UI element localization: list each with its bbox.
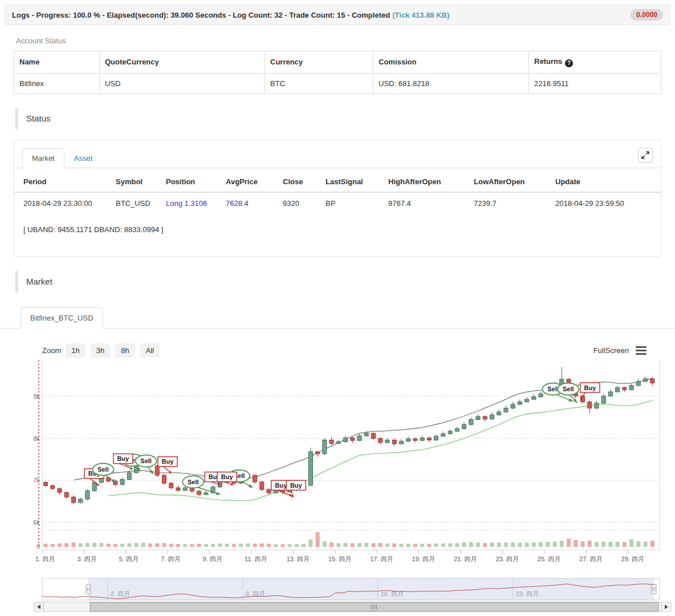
- chart-scrollbar: [34, 602, 671, 611]
- svg-text:23. 四月: 23. 四月: [495, 556, 518, 562]
- zoom-button-3h[interactable]: 3h: [91, 343, 110, 358]
- svg-text:Buy: Buy: [290, 481, 303, 488]
- col-period: Period: [14, 171, 111, 192]
- resize-full-icon: [641, 151, 649, 159]
- chart-toolbar: Zoom 1h 3h 8h All FullScreen: [42, 343, 646, 358]
- band-values-note: [ UBAND: 9455.1171 DBAND: 8833.0994 ]: [23, 225, 661, 234]
- svg-text:7. 四月: 7. 四月: [161, 556, 180, 562]
- trade-annotation-sell[interactable]: Sell: [92, 463, 116, 483]
- svg-text:5. 四月: 5. 四月: [119, 556, 139, 562]
- col-returns: Returns?: [529, 51, 661, 74]
- svg-text:15. 四月: 15. 四月: [328, 556, 351, 562]
- svg-text:Sell: Sell: [563, 386, 574, 392]
- backtest-dashboard: Logs - Progress: 100.0 % - Elapsed(secon…: [0, 0, 675, 616]
- svg-text:3. 四月: 3. 四月: [77, 556, 96, 562]
- cell-avgprice[interactable]: 7628.4: [221, 192, 278, 214]
- col-highafteropen: HighAfterOpen: [384, 171, 469, 192]
- heading-accent-bar: [15, 271, 18, 293]
- svg-text:Buy: Buy: [162, 458, 174, 465]
- account-table-row: Bitfinex USD BTC USD: 681.8218 2216.9511: [14, 73, 661, 94]
- expand-button[interactable]: [638, 148, 653, 163]
- cell-symbol: BTC_USD: [111, 192, 161, 214]
- svg-text:29. 四月: 29. 四月: [621, 556, 644, 562]
- candlestick-chart[interactable]: 9k8k7k6k01. 四月3. 四月5. 四月7. 四月9. 四月11. 四月…: [0, 358, 675, 616]
- navigator-selected-range[interactable]: [88, 578, 654, 600]
- col-comission: Comission: [373, 51, 529, 74]
- col-close: Close: [278, 171, 321, 192]
- svg-text:25. 四月: 25. 四月: [538, 556, 560, 562]
- status-table-header: Period Symbol Position AvgPrice Close La…: [14, 171, 661, 192]
- scrollbar-left-arrow[interactable]: [34, 602, 43, 611]
- cell-currency: BTC: [265, 73, 373, 94]
- col-update: Update: [551, 171, 661, 192]
- svg-text:1. 四月: 1. 四月: [35, 556, 55, 562]
- svg-text:Sell: Sell: [140, 457, 152, 464]
- col-name: Name: [14, 51, 100, 74]
- scrollbar-right-arrow[interactable]: [662, 602, 671, 611]
- volume-series: [44, 532, 654, 547]
- col-position: Position: [161, 171, 221, 192]
- svg-text:Sell: Sell: [97, 465, 109, 472]
- account-status-table: Name QuoteCurrency Currency Comission Re…: [14, 51, 661, 94]
- svg-text:Buy: Buy: [221, 473, 234, 480]
- cell-name: Bitfinex: [14, 73, 100, 94]
- svg-text:11. 四月: 11. 四月: [245, 556, 267, 562]
- svg-text:23. 四月: 23. 四月: [516, 590, 539, 597]
- log-header-bar: Logs - Progress: 100.0 % - Elapsed(secon…: [5, 5, 670, 25]
- zoom-label: Zoom: [42, 346, 61, 355]
- navigator-handle-right[interactable]: [652, 585, 656, 594]
- tab-market[interactable]: Market: [22, 148, 64, 168]
- position-status-table: Period Symbol Position AvgPrice Close La…: [14, 171, 661, 214]
- cell-lowafteropen: 7239.7: [469, 192, 551, 214]
- col-quotecurrency: QuoteCurrency: [100, 51, 265, 74]
- svg-text:0: 0: [36, 543, 40, 550]
- help-question-icon[interactable]: ?: [565, 59, 573, 67]
- svg-text:Sell: Sell: [547, 386, 559, 392]
- col-lastsignal: LastSignal: [321, 171, 384, 192]
- svg-text:17. 四月: 17. 四月: [370, 556, 393, 562]
- tab-asset[interactable]: Asset: [64, 148, 103, 168]
- cell-close: 9320: [278, 192, 321, 214]
- cell-returns: 2216.9511: [529, 73, 661, 94]
- svg-text:9. 四月: 9. 四月: [203, 556, 222, 562]
- cell-position[interactable]: Long 1.3106: [161, 192, 221, 214]
- status-card: Market Asset Period Symbol Position AvgP…: [14, 140, 661, 257]
- navigator-handle-left[interactable]: [86, 585, 91, 594]
- svg-text:Buy: Buy: [275, 481, 287, 488]
- market-chart-tabbar: Bitfinex_BTC_USD: [0, 307, 675, 329]
- col-lowafteropen: LowAfterOpen: [469, 171, 551, 192]
- svg-text:27. 四月: 27. 四月: [579, 556, 602, 562]
- trade-annotation-buy[interactable]: Buy: [113, 453, 133, 469]
- status-card-tabbar: Market Asset: [14, 140, 661, 168]
- navigator: 2. 四月9. 四月16. 四月23. 四月: [42, 578, 660, 600]
- zoom-button-1h[interactable]: 1h: [66, 343, 85, 358]
- heading-accent-bar: [15, 108, 18, 129]
- svg-text:21. 四月: 21. 四月: [454, 556, 477, 562]
- status-table-row: 2018-04-29 23:30:00 BTC_USD Long 1.3106 …: [14, 192, 661, 214]
- svg-text:13. 四月: 13. 四月: [286, 556, 309, 562]
- col-avgprice: AvgPrice: [221, 171, 278, 192]
- account-status-label: Account Status: [16, 37, 661, 45]
- cell-highafteropen: 9767.4: [384, 192, 469, 214]
- svg-text:2. 四月: 2. 四月: [111, 590, 130, 597]
- x-axis-labels: 1. 四月3. 四月5. 四月7. 四月9. 四月11. 四月13. 四月15.…: [35, 550, 644, 562]
- tab-bitfinex-btc-usd[interactable]: Bitfinex_BTC_USD: [21, 307, 103, 329]
- col-currency: Currency: [265, 51, 373, 74]
- chart-menu-icon[interactable]: [636, 345, 646, 356]
- cell-update: 2018-04-29 23:59:50: [551, 192, 661, 214]
- market-section-title: Market: [26, 277, 52, 286]
- market-section-heading: Market: [15, 271, 661, 293]
- fullscreen-button[interactable]: FullScreen: [593, 346, 629, 355]
- svg-text:Buy: Buy: [117, 455, 129, 462]
- cell-comission: USD: 681.8218: [373, 73, 529, 94]
- log-summary-text: Logs - Progress: 100.0 % - Elapsed(secon…: [12, 11, 390, 19]
- zoom-button-8h[interactable]: 8h: [115, 343, 135, 358]
- svg-text:Sell: Sell: [188, 478, 199, 485]
- cell-lastsignal: BP: [321, 192, 384, 214]
- cell-period: 2018-04-29 23:30:00: [14, 192, 111, 214]
- zoom-button-all[interactable]: All: [140, 343, 160, 358]
- tick-size-text: (Tick 413.88 KB): [392, 11, 449, 19]
- svg-text:Buy: Buy: [584, 384, 597, 391]
- trade-annotation-buy[interactable]: Buy: [158, 456, 177, 473]
- account-table-header: Name QuoteCurrency Currency Comission Re…: [14, 51, 661, 74]
